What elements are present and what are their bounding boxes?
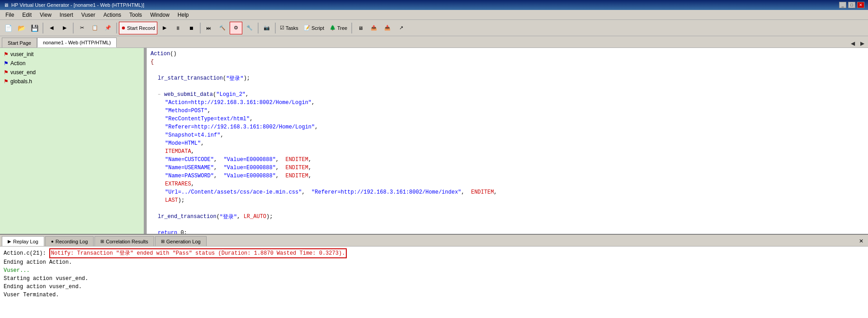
menu-window[interactable]: Window: [146, 11, 173, 19]
export-button[interactable]: 📤: [368, 22, 380, 34]
tree-item-vuser-init[interactable]: ⚑ vuser_init: [0, 50, 144, 59]
copy-button[interactable]: 📋: [89, 22, 101, 34]
log-line-1: Action.c(21): Notify: Transaction "登录" e…: [4, 248, 864, 258]
paste-button[interactable]: 📌: [102, 22, 114, 34]
code-line-9: "Snapshot=t4.inf",: [147, 131, 868, 139]
bottom-panel-close-button[interactable]: ✕: [856, 237, 866, 245]
tab-right-nav[interactable]: ▶: [859, 40, 866, 47]
tab-main[interactable]: noname1 - Web (HTTP/HTML): [37, 38, 117, 47]
code-line-5: "Action=http://192.168.3.161:8002/Home/L…: [147, 99, 868, 107]
tab-correlation-results[interactable]: ⊞ Correlation Results: [94, 236, 154, 246]
menu-vuser[interactable]: Vuser: [78, 11, 99, 19]
menu-edit[interactable]: Edit: [19, 11, 35, 19]
menu-insert[interactable]: Insert: [56, 11, 77, 19]
menu-file[interactable]: File: [2, 11, 18, 19]
recording-log-icon: ●: [51, 239, 54, 244]
import-button[interactable]: 📥: [381, 22, 394, 34]
bottom-panel-controls: ✕: [856, 237, 866, 246]
export-icon: 📤: [371, 25, 377, 31]
app-icon: 🖥: [4, 2, 9, 8]
log-line-6: Vuser Terminated.: [4, 291, 864, 299]
menu-actions[interactable]: Actions: [100, 11, 125, 19]
cut-button[interactable]: ✂: [75, 22, 88, 34]
back-button[interactable]: ◀: [45, 22, 58, 34]
code-line-17: LAST);: [147, 196, 868, 204]
tree-button[interactable]: 🌲 Tree: [327, 22, 349, 34]
tab-generation-log[interactable]: ⊞ Generation Log: [155, 236, 207, 246]
tab-replay-log[interactable]: ▶ Replay Log: [2, 236, 44, 246]
vuser-init-label: vuser_init: [10, 51, 33, 57]
tab-left-nav[interactable]: ◀: [849, 40, 857, 47]
log-line-5: Ending action vuser_end.: [4, 283, 864, 291]
new-button[interactable]: 📄: [2, 22, 14, 34]
compile-icon: 🔨: [219, 25, 226, 31]
tab-recording-log[interactable]: ● Recording Log: [45, 236, 94, 246]
stop-button[interactable]: ⏹: [185, 22, 198, 34]
code-line-2: {: [147, 58, 868, 66]
sep3: [116, 23, 117, 33]
share-button[interactable]: ↗: [395, 22, 407, 34]
minimize-button[interactable]: _: [839, 2, 846, 8]
cut-icon: ✂: [80, 25, 84, 31]
record-icon: ⏺: [121, 25, 126, 30]
compile-button[interactable]: 🔨: [216, 22, 229, 34]
title-bar-controls[interactable]: _ □ ✕: [839, 2, 864, 8]
tasks-button[interactable]: ☑ Tasks: [278, 22, 301, 34]
sep5: [258, 23, 259, 33]
code-line-12: "Name=CUSTCODE", "Value=E0000888", ENDIT…: [147, 156, 868, 164]
tree-label: Tree: [337, 25, 347, 31]
tree-item-action[interactable]: ⚑ Action: [0, 59, 144, 68]
menu-tools[interactable]: Tools: [126, 11, 146, 19]
sep7: [351, 23, 352, 33]
code-line-18: lr_end_transaction("登录", LR_AUTO);: [147, 213, 868, 221]
play-button[interactable]: ▶: [158, 22, 171, 34]
snapshot-icon: 📷: [264, 25, 270, 31]
import-icon: 📥: [384, 25, 391, 31]
code-line-16: "Url=../Content/assets/css/ace-ie.min.cs…: [147, 188, 868, 196]
save-button[interactable]: 💾: [28, 22, 41, 34]
paste-icon: 📌: [105, 25, 111, 31]
toolbar-nav-group: ◀ ▶: [45, 22, 71, 34]
open-button[interactable]: 📂: [15, 22, 28, 34]
script-button[interactable]: 📝 Script: [302, 22, 326, 34]
code-editor[interactable]: Action() { lr_start_transaction("登录"); −…: [146, 48, 868, 234]
stop-icon: ⏹: [189, 25, 194, 31]
tree-item-vuser-end[interactable]: ⚑ vuser_end: [0, 68, 144, 77]
globals-icon: ⚑: [4, 78, 9, 85]
log-line-2: Ending action Action.: [4, 258, 864, 266]
screenshot-icon: 🖥: [358, 25, 363, 31]
vuser-end-file-icon: ⚑: [4, 69, 9, 76]
replay-log-icon: ▶: [8, 239, 11, 244]
title-bar: 🖥 HP Virtual User Generator - [noname1 -…: [0, 0, 868, 10]
menu-help[interactable]: Help: [174, 11, 193, 19]
maximize-button[interactable]: □: [848, 2, 855, 8]
pause-button[interactable]: ⏸: [172, 22, 184, 34]
tab-start-page[interactable]: Start Page: [2, 38, 37, 47]
log-line-3: Vuser...: [4, 266, 864, 275]
code-line-13: "Name=USERNAME", "Value=E0000888", ENDIT…: [147, 164, 868, 172]
tree-icon: 🌲: [330, 25, 336, 31]
code-line-15: EXTRARES,: [147, 180, 868, 188]
collapse-btn[interactable]: −: [158, 92, 162, 97]
open-icon: 📂: [18, 24, 25, 32]
options-button[interactable]: 🔧: [243, 22, 256, 34]
forward-button[interactable]: ▶: [58, 22, 71, 34]
record-settings-button[interactable]: ⚙: [230, 22, 242, 34]
toolbar: 📄 📂 💾 ◀ ▶ ✂ 📋 📌 ⏺ Start Record: [0, 20, 868, 36]
code-line-11: ITEMDATA,: [147, 147, 868, 156]
bottom-log-content: Action.c(21): Notify: Transaction "登录" e…: [0, 247, 868, 318]
forward-icon: ▶: [63, 25, 66, 31]
start-record-button[interactable]: ⏺ Start Record: [119, 22, 157, 34]
file-icon: ⚑: [4, 51, 9, 57]
copy-icon: 📋: [92, 25, 98, 31]
code-line-7: "RecContentType=text/html",: [147, 115, 868, 123]
correlation-label: Correlation Results: [106, 239, 148, 244]
tree-item-globals[interactable]: ⚑ globals.h: [0, 77, 144, 86]
step-icon: ⏭: [206, 25, 211, 31]
close-button[interactable]: ✕: [857, 2, 864, 8]
menu-view[interactable]: View: [36, 11, 55, 19]
screenshot-button[interactable]: 🖥: [354, 22, 367, 34]
generation-icon: ⊞: [161, 239, 165, 244]
step-button[interactable]: ⏭: [203, 22, 215, 34]
snapshot-button[interactable]: 📷: [260, 22, 273, 34]
